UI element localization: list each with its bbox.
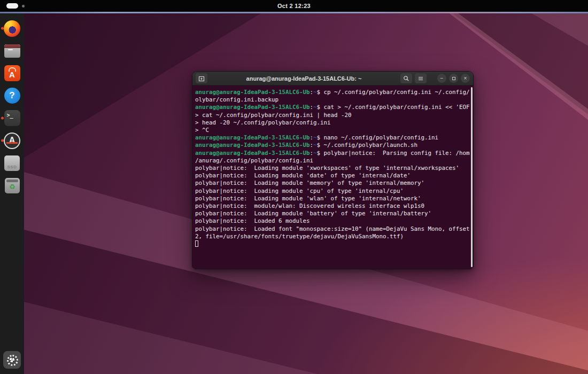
ssd-drive-icon: SSD: [4, 155, 20, 171]
help-icon: ?: [4, 88, 20, 104]
window-title: anurag@anurag-IdeaPad-3-15ALC6-Ub: ~: [210, 75, 398, 82]
maximize-icon: [452, 77, 455, 80]
maximize-button[interactable]: [449, 74, 458, 83]
minimize-button[interactable]: −: [437, 74, 446, 83]
dock-item-help[interactable]: ?: [0, 84, 24, 107]
dock-item-firefox[interactable]: [0, 17, 24, 40]
terminal-line: 2, file=/usr/share/fonts/truetype/dejavu…: [195, 233, 470, 240]
ssd-drive-glyph: SSD: [7, 165, 17, 169]
dock-item-terminal[interactable]: >_: [0, 107, 24, 129]
terminal-line: polybar|notice: Loading module 'date' of…: [195, 172, 470, 180]
dock: A?>_ASSD♻: [0, 13, 24, 374]
terminal-output: anurag@anurag-IdeaPad-3-15ALC6-Ub:~$ cp …: [195, 89, 470, 248]
terminal-line: polybar|notice: Loaded font "monospace:s…: [195, 225, 470, 233]
software-a-glyph: A: [9, 136, 16, 145]
terminal-body[interactable]: anurag@anurag-IdeaPad-3-15ALC6-Ub:~$ cp …: [192, 85, 473, 269]
terminal-line: polybar|notice: Loading module 'wlan' of…: [195, 195, 470, 202]
terminal-cursor-line: [195, 240, 470, 248]
software-a-icon: A: [4, 133, 20, 149]
new-tab-icon: [198, 75, 205, 82]
terminal-line: anurag@anurag-IdeaPad-3-15ALC6-Ub:~$ cat…: [195, 104, 470, 111]
close-button[interactable]: ×: [461, 74, 470, 83]
top-bar[interactable]: Oct 2 12:23: [0, 0, 588, 12]
terminal-line: > head -20 ~/.config/polybar/config.ini: [195, 119, 470, 127]
terminal-icon: >_: [4, 110, 20, 126]
search-button[interactable]: [400, 73, 412, 83]
dock-item-trash[interactable]: ♻: [0, 174, 24, 197]
running-indicator-dot: [1, 117, 4, 120]
terminal-line: polybar|notice: Loading module 'battery'…: [195, 210, 470, 217]
terminal-line: anurag@anurag-IdeaPad-3-15ALC6-Ub:~$ nan…: [195, 134, 470, 142]
hamburger-icon: [417, 75, 424, 82]
files-icon: [4, 44, 20, 58]
help-glyph: ?: [9, 90, 14, 101]
terminal-line: > ^C: [195, 127, 470, 134]
workspace-indicator[interactable]: [6, 0, 25, 12]
app-center-icon: A: [4, 65, 20, 81]
terminal-line: polybar|notice: Loading module 'memory' …: [195, 180, 470, 187]
trash-icon: ♻: [5, 178, 20, 193]
dock-items: A?>_ASSD♻: [0, 17, 24, 197]
terminal-line: polybar|notice: module/wlan: Discovered …: [195, 202, 470, 210]
terminal-line: /anurag/.config/polybar/config.ini: [195, 157, 470, 165]
terminal-line: > cat ~/.config/polybar/config.ini | hea…: [195, 112, 470, 119]
terminal-scrollbar[interactable]: [471, 87, 473, 267]
dock-item-ssd-drive[interactable]: SSD: [0, 152, 24, 174]
terminal-line: anurag@anurag-IdeaPad-3-15ALC6-Ub:~$ cp …: [195, 89, 470, 96]
show-apps-icon: [3, 351, 21, 369]
search-icon: [403, 75, 409, 82]
terminal-glyph: >_: [7, 112, 13, 118]
terminal-cursor: [195, 240, 198, 247]
terminal-line: polybar|notice: Loading module 'cpu' of …: [195, 188, 470, 195]
terminal-window: anurag@anurag-IdeaPad-3-15ALC6-Ub: ~ −: [192, 71, 474, 269]
clock[interactable]: Oct 2 12:23: [277, 3, 311, 9]
trash-glyph: ♻: [9, 183, 16, 191]
menu-button[interactable]: [415, 73, 427, 83]
terminal-line: anurag@anurag-IdeaPad-3-15ALC6-Ub:~$ ~/.…: [195, 142, 470, 149]
dock-item-app-center[interactable]: A: [0, 62, 24, 84]
terminal-line: olybar/config.ini.backup: [195, 96, 470, 104]
terminal-titlebar[interactable]: anurag@anurag-IdeaPad-3-15ALC6-Ub: ~ −: [192, 72, 473, 85]
show-apps-button[interactable]: [0, 348, 24, 371]
terminal-line: polybar|notice: Loading module 'xworkspa…: [195, 165, 470, 172]
dock-item-software-a[interactable]: A: [0, 129, 24, 152]
desktop: Oct 2 12:23 A?>_ASSD♻ anurag@an: [0, 0, 588, 374]
workspace-inactive-dot[interactable]: [22, 5, 25, 7]
new-tab-button[interactable]: [196, 73, 207, 83]
firefox-icon: [4, 20, 20, 37]
polybar-strip: [0, 12, 588, 13]
app-center-glyph: A: [9, 70, 15, 79]
dock-item-files[interactable]: [0, 40, 24, 62]
close-icon: ×: [464, 76, 467, 81]
terminal-line: anurag@anurag-IdeaPad-3-15ALC6-Ub:~$ pol…: [195, 150, 470, 157]
terminal-line: polybar|notice: Loaded 6 modules: [195, 217, 470, 225]
minimize-icon: −: [440, 76, 444, 81]
workspace-active-pill[interactable]: [6, 3, 18, 9]
